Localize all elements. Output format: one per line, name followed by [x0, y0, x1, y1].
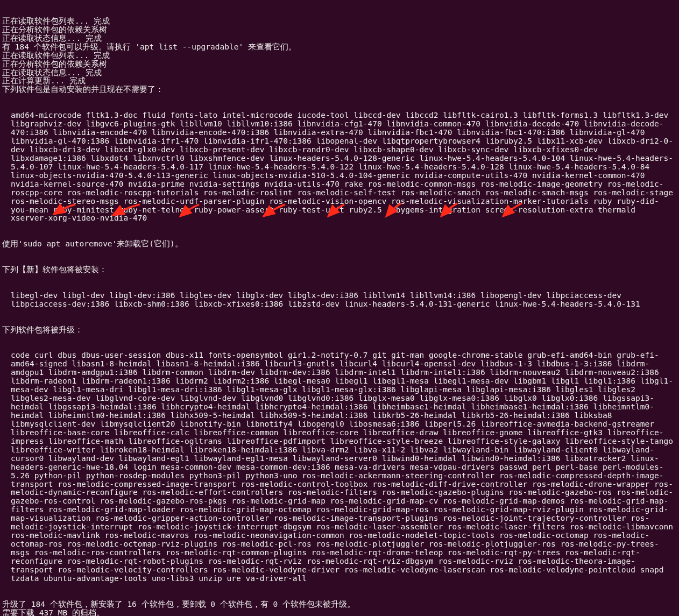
status-line: 正在读取状态信息... 完成	[2, 69, 677, 77]
status-line: 下列软件包是自动安装的并且现在不需要了：	[2, 86, 677, 94]
new-packages: libegl-dev libgl-dev libgl-dev:i386 libg…	[2, 292, 677, 309]
status-line: 正在读取状态信息... 完成	[2, 34, 677, 43]
status-line: 正在分析软件包的依赖关系树	[2, 60, 677, 69]
status-line: 需要下载 437 MB 的归档。	[2, 609, 677, 616]
status-line: 正在分析软件包的依赖关系树	[2, 26, 677, 34]
terminal-output: 正在读取软件包列表... 完成正在分析软件包的依赖关系树正在读取状态信息... …	[0, 0, 679, 616]
status-line: 有 184 个软件包可以升级。请执行 'apt list --upgradabl…	[2, 43, 677, 52]
upgrade-packages-header: 下列软件包将被升级：	[2, 326, 677, 335]
autoremove-hint: 使用'sudo apt autoremove'来卸载它(它们)。	[2, 240, 677, 249]
status-line: 正在读取软件包列表... 完成	[2, 17, 677, 26]
auto-installed-packages: amd64-microcode fltk1.3-doc fluid fonts-…	[2, 111, 677, 223]
upgrade-packages: code curl dbus dbus-user-session dbus-x1…	[2, 351, 677, 583]
status-line: 正在计算更新... 完成	[2, 77, 677, 86]
new-packages-header: 下列【新】软件包将被安装：	[2, 266, 677, 274]
status-line: 升级了 184 个软件包，新安装了 16 个软件包，要卸载 0 个软件包，有 0…	[2, 600, 677, 609]
status-line: 正在读取软件包列表... 完成	[2, 52, 677, 60]
